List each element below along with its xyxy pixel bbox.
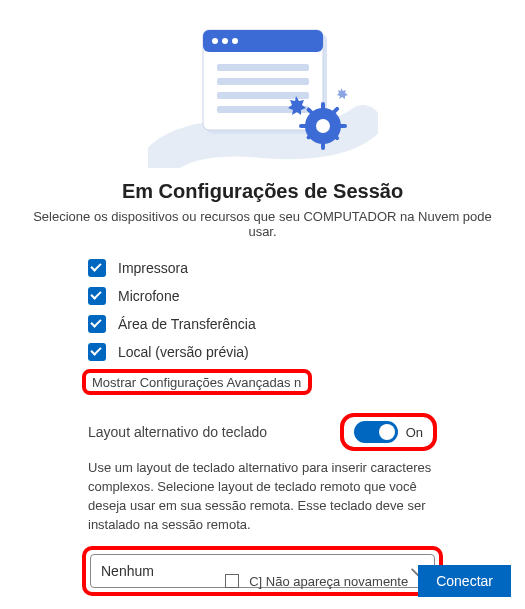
show-advanced-settings-link[interactable]: Mostrar Configurações Avançadas n — [82, 369, 312, 395]
label-printer: Impressora — [118, 260, 188, 276]
checkbox-microphone[interactable] — [88, 287, 106, 305]
dont-show-again-checkbox[interactable] — [225, 574, 239, 588]
label-location: Local (versão prévia) — [118, 344, 249, 360]
svg-point-19 — [316, 119, 330, 133]
svg-point-4 — [222, 38, 228, 44]
svg-rect-8 — [217, 92, 309, 99]
keyboard-layout-selected: Nenhum — [101, 563, 154, 579]
checkbox-location[interactable] — [88, 343, 106, 361]
page-subtitle: Selecione os dispositivos ou recursos qu… — [22, 209, 503, 239]
svg-rect-11 — [321, 102, 325, 112]
svg-rect-2 — [203, 30, 323, 52]
page-title: Em Configurações de Sessão — [22, 180, 503, 203]
option-clipboard[interactable]: Área de Transferência — [88, 315, 503, 333]
label-microphone: Microfone — [118, 288, 179, 304]
alt-keyboard-label: Layout alternativo do teclado — [88, 424, 267, 440]
session-settings-illustration — [22, 18, 503, 168]
alt-keyboard-toggle[interactable] — [354, 421, 398, 443]
checkbox-clipboard[interactable] — [88, 315, 106, 333]
device-options: Impressora Microfone Área de Transferênc… — [88, 259, 503, 361]
svg-rect-6 — [217, 64, 309, 71]
checkbox-printer[interactable] — [88, 259, 106, 277]
label-clipboard: Área de Transferência — [118, 316, 256, 332]
option-location[interactable]: Local (versão prévia) — [88, 343, 503, 361]
option-microphone[interactable]: Microfone — [88, 287, 503, 305]
alt-keyboard-toggle-highlight: On — [340, 413, 437, 451]
svg-rect-12 — [321, 140, 325, 150]
alt-keyboard-description: Use um layout de teclado alternativo par… — [88, 459, 437, 534]
svg-point-5 — [232, 38, 238, 44]
svg-rect-13 — [299, 124, 309, 128]
svg-point-3 — [212, 38, 218, 44]
alt-keyboard-toggle-state: On — [406, 425, 423, 440]
show-advanced-settings-label: Mostrar Configurações Avançadas n — [92, 375, 301, 390]
svg-rect-7 — [217, 78, 309, 85]
connect-button[interactable]: Conectar — [418, 565, 511, 597]
svg-rect-14 — [337, 124, 347, 128]
dont-show-again-label: C] Não apareça novamente — [249, 574, 408, 589]
option-printer[interactable]: Impressora — [88, 259, 503, 277]
